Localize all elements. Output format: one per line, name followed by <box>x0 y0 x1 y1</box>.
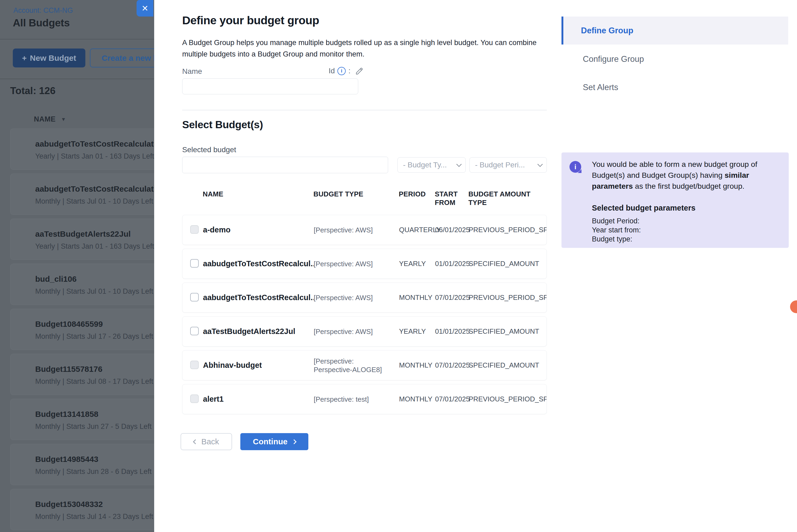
row-name: a-demo <box>203 226 314 234</box>
row-name: Abhinav-budget <box>203 361 314 370</box>
budget-card[interactable]: aabudgetToTestCostRecalculation2Monthly … <box>10 173 154 215</box>
budget-card-meta: Yearly | Starts Jan 01 - 163 Days Left <box>35 152 154 160</box>
edit-pencil-icon[interactable] <box>355 66 364 76</box>
selected-budget-input[interactable] <box>182 157 388 173</box>
create-budget-group-button[interactable]: Create a new b <box>90 49 154 68</box>
budget-card[interactable]: aaTestBudgetAlerts22JulYearly | Starts J… <box>10 218 154 260</box>
row-checkbox[interactable] <box>190 293 199 301</box>
row-start-from: 07/01/2025 <box>435 395 469 403</box>
row-start-from: 07/01/2025 <box>435 361 469 369</box>
row-budget-type: [Perspective: Perspective-ALOGE8] <box>314 357 399 374</box>
budget-group-modal: Define your budget group A Budget Group … <box>154 0 797 532</box>
param-year-start: Year start from: <box>592 226 641 234</box>
table-row: Abhinav-budget[Perspective: Perspective-… <box>182 350 547 380</box>
back-button[interactable]: Back <box>181 433 232 450</box>
budget-period-dropdown[interactable]: - Budget Peri... <box>469 157 547 173</box>
header-name: NAME <box>203 190 313 198</box>
row-name: aabudgetToTestCostRecalcul... <box>203 259 314 268</box>
row-period: YEARLY <box>399 327 435 336</box>
budget-card[interactable]: Budget14985443Monthly | Starts Jun 28 - … <box>10 444 154 485</box>
row-checkbox[interactable] <box>190 259 199 268</box>
modal-title: Define your budget group <box>182 14 319 27</box>
row-checkbox <box>190 361 199 369</box>
chevron-right-icon <box>292 439 296 444</box>
chevron-down-icon <box>537 162 543 167</box>
budget-card[interactable]: Budget153048332Monthly | Starts Jul 14 -… <box>10 489 154 530</box>
divider <box>0 79 154 79</box>
info-panel-text: You would be able to form a new budget g… <box>592 159 776 192</box>
budget-table-body: a-demo[Perspective: AWS]QUARTERLY06/01/2… <box>182 215 547 414</box>
info-panel: i You would be able to form a new budget… <box>561 152 789 248</box>
row-period: QUARTERLY <box>399 226 435 234</box>
row-amount-type: SPECIFIED_AMOUNT <box>469 327 546 336</box>
budget-type-dropdown[interactable]: - Budget Ty... <box>397 157 466 173</box>
header-amount-type: BUDGET AMOUNT TYPE <box>468 190 547 207</box>
step-set-alerts[interactable]: Set Alerts <box>583 83 618 92</box>
row-period: MONTHLY <box>399 395 435 403</box>
budget-card-meta: Monthly | Starts Jul 08 - 17 Days Left <box>35 377 153 386</box>
row-amount-type: SPECIFIED_AMOUNT <box>469 361 546 369</box>
budget-card-title: Budget115578176 <box>35 365 103 374</box>
budget-type-dropdown-value: - Budget Ty... <box>403 161 447 169</box>
budget-card[interactable]: aabudgetToTestCostRecalculation1Yearly |… <box>10 129 154 170</box>
header-start-from: START FROM <box>435 190 468 207</box>
table-row: alert1[Perspective: test]MONTHLY07/01/20… <box>182 384 547 414</box>
row-budget-type: [Perspective: AWS] <box>314 226 399 234</box>
group-name-input[interactable] <box>182 78 358 94</box>
budget-card-meta: Monthly | Starts Jul 17 - 26 Days Left <box>35 332 153 341</box>
row-budget-type: [Perspective: AWS] <box>314 327 399 336</box>
header-budget-type: BUDGET TYPE <box>313 190 399 198</box>
id-label: Id <box>329 66 335 75</box>
budget-card-meta: Monthly | Starts Jun 28 - 6 Days Left <box>35 468 151 476</box>
table-row: a-demo[Perspective: AWS]QUARTERLY06/01/2… <box>182 215 547 245</box>
budget-card[interactable]: bud_cli106Monthly | Starts Jul 01 - 10 D… <box>10 264 154 305</box>
budget-table: NAME BUDGET TYPE PERIOD START FROM BUDGE… <box>182 190 547 418</box>
budget-card[interactable]: Budget115578176Monthly | Starts Jul 08 -… <box>10 354 154 395</box>
row-checkbox <box>190 395 199 403</box>
row-amount-type: PREVIOUS_PERIOD_SPEND <box>469 293 546 302</box>
budget-card-list: aabudgetToTestCostRecalculation1Yearly |… <box>10 129 154 532</box>
budget-card-meta: Yearly | Starts Jan 01 - 163 Days Left <box>35 242 154 250</box>
step-configure-group[interactable]: Configure Group <box>583 54 644 64</box>
row-budget-type: [Perspective: AWS] <box>314 293 399 302</box>
row-period: MONTHLY <box>399 361 435 369</box>
id-cluster: Id i : <box>329 66 364 76</box>
divider <box>0 39 154 39</box>
info-icon[interactable]: i <box>337 67 346 75</box>
account-link[interactable]: Account: CCM-NG <box>13 6 73 15</box>
selected-budget-parameters-title: Selected budget parameters <box>592 204 696 212</box>
budget-card-title: Budget153048332 <box>35 500 103 509</box>
background-page: Account: CCM-NG All Budgets + New Budget… <box>0 0 154 532</box>
row-checkbox <box>190 225 199 234</box>
divider <box>182 110 547 110</box>
chevron-down-icon <box>457 162 462 167</box>
step-define-group[interactable]: Define Group <box>561 17 788 44</box>
plus-icon: + <box>22 54 27 63</box>
budget-card-title: aaTestBudgetAlerts22Jul <box>35 229 131 239</box>
row-name: alert1 <box>203 395 314 403</box>
table-row: aaTestBudgetAlerts22Jul[Perspective: AWS… <box>182 316 547 346</box>
budget-card[interactable]: Budget13141858Monthly | Starts Jun 27 - … <box>10 399 154 440</box>
row-amount-type: PREVIOUS_PERIOD_SPEND <box>469 395 546 403</box>
sort-caret-icon: ▼ <box>61 116 66 122</box>
modal-description: A Budget Group helps you manage multiple… <box>182 37 556 60</box>
budget-card-title: aabudgetToTestCostRecalculation2 <box>35 185 154 193</box>
row-checkbox[interactable] <box>190 327 199 335</box>
row-start-from: 06/01/2025 <box>435 226 469 234</box>
row-start-from: 01/01/2025 <box>435 260 469 268</box>
continue-button[interactable]: Continue <box>240 433 308 450</box>
budget-card-title: bud_cli106 <box>35 274 77 284</box>
row-budget-type: [Perspective: AWS] <box>314 260 399 268</box>
new-budget-button[interactable]: + New Budget <box>13 49 85 68</box>
budget-card-meta: Monthly | Starts Jul 01 - 10 Days Left <box>35 197 153 206</box>
select-budgets-title: Select Budget(s) <box>182 119 263 131</box>
create-group-label: Create a new b <box>101 54 154 63</box>
budget-table-header: NAME BUDGET TYPE PERIOD START FROM BUDGE… <box>182 190 547 207</box>
table-row: aabudgetToTestCostRecalcul...[Perspectiv… <box>182 283 547 312</box>
selected-budget-label: Selected budget <box>182 146 236 154</box>
close-icon[interactable]: ✕ <box>136 0 153 17</box>
row-start-from: 07/01/2025 <box>435 293 469 302</box>
list-header-name[interactable]: NAME ▼ <box>34 115 66 124</box>
budget-card[interactable]: Budget108465599Monthly | Starts Jul 17 -… <box>10 309 154 350</box>
budget-card-meta: Monthly | Starts Jul 01 - 10 Days Left <box>35 287 153 296</box>
